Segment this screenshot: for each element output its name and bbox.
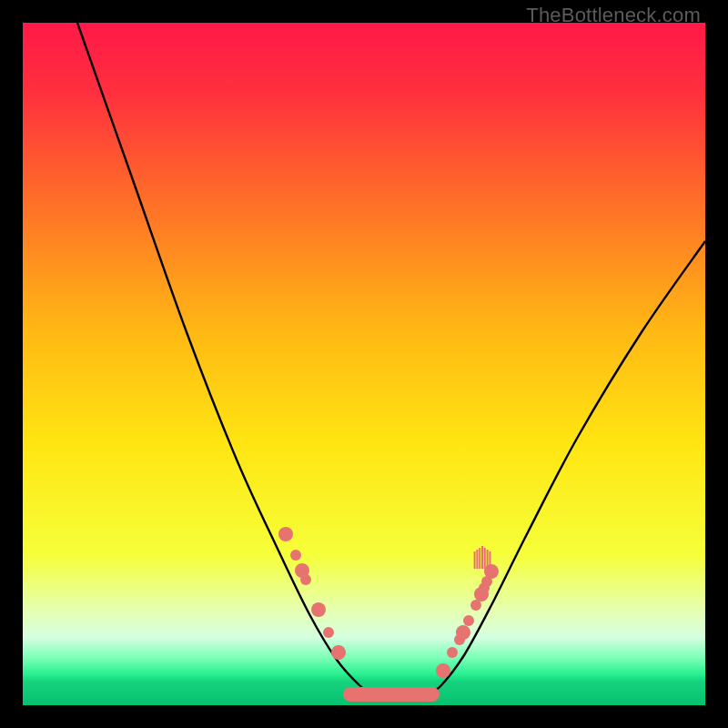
valley-marker-band <box>343 687 440 702</box>
data-marker <box>278 527 293 541</box>
data-marker <box>463 615 474 626</box>
data-marker <box>311 602 326 617</box>
data-markers <box>278 527 499 702</box>
data-marker <box>331 645 346 660</box>
data-marker <box>447 647 458 658</box>
bottleneck-curve <box>77 23 705 696</box>
data-marker <box>484 564 499 579</box>
data-marker <box>323 627 334 638</box>
curve-layer <box>23 23 705 705</box>
watermark-text: TheBottleneck.com <box>526 4 701 27</box>
data-marker <box>436 663 450 678</box>
data-marker <box>456 625 470 640</box>
data-marker <box>300 574 311 585</box>
data-marker <box>470 600 481 611</box>
data-marker <box>290 550 301 561</box>
plot-frame <box>23 23 705 705</box>
